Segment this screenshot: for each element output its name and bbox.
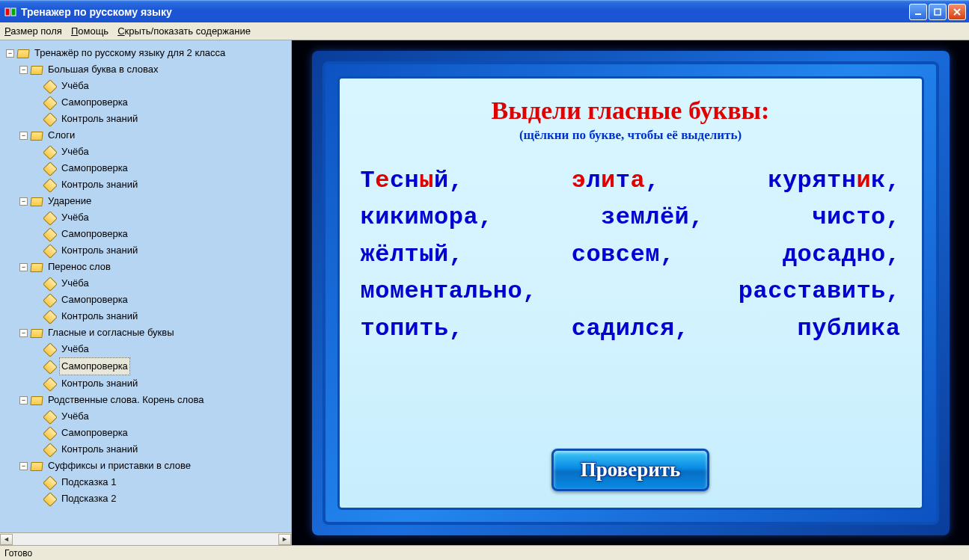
maximize-button[interactable] xyxy=(929,4,947,20)
letter[interactable]: о xyxy=(434,203,449,231)
tree-node[interactable]: Контроль знаний xyxy=(33,242,291,259)
letter[interactable]: р xyxy=(798,167,813,194)
letter[interactable]: а xyxy=(812,277,827,305)
tree-node-label[interactable]: Самопроверка xyxy=(59,425,130,441)
word[interactable]: досадно xyxy=(783,241,886,268)
letter[interactable]: к xyxy=(871,167,886,194)
tree-node[interactable]: −Тренажёр по русскому языку для 2 класса xyxy=(6,45,291,61)
word[interactable]: элита xyxy=(572,167,646,194)
letter[interactable]: й xyxy=(434,167,449,194)
tree-node[interactable]: Самопроверка xyxy=(33,226,291,242)
tree-node[interactable]: Учёба xyxy=(33,275,291,292)
letter[interactable]: л xyxy=(842,315,857,342)
letter[interactable]: т xyxy=(798,277,813,305)
tree-node-label[interactable]: Контроль знаний xyxy=(59,375,140,392)
letter[interactable]: о xyxy=(798,241,813,268)
letter[interactable]: о xyxy=(375,315,390,342)
letter[interactable]: й xyxy=(675,203,690,231)
letter[interactable]: ё xyxy=(660,203,675,231)
tree-node-label[interactable]: Большая буква в словах xyxy=(46,61,161,78)
letter[interactable]: й xyxy=(434,241,449,268)
word[interactable]: расставить xyxy=(739,277,886,305)
letter[interactable]: к xyxy=(768,167,783,194)
letter[interactable]: т xyxy=(361,315,376,342)
menu-field-size[interactable]: Размер поля xyxy=(4,25,62,37)
tree-node[interactable]: −Слоги xyxy=(19,127,291,144)
tree-node-label[interactable]: Учёба xyxy=(59,209,91,226)
collapse-icon[interactable]: − xyxy=(19,263,28,271)
letter[interactable]: и xyxy=(601,167,616,194)
tree-node-label[interactable]: Самопроверка xyxy=(59,357,130,375)
tree-node-label[interactable]: Подсказка 1 xyxy=(59,474,118,490)
tree-node[interactable]: Учёба xyxy=(33,144,291,160)
letter[interactable]: у xyxy=(783,167,798,194)
tree-node[interactable]: Контроль знаний xyxy=(33,308,291,324)
letter[interactable]: п xyxy=(798,315,813,342)
letter[interactable]: а xyxy=(463,203,478,231)
letter[interactable]: ь xyxy=(434,315,449,342)
collapse-icon[interactable]: − xyxy=(19,66,28,74)
letter[interactable]: т xyxy=(434,277,449,305)
letter[interactable]: ы xyxy=(419,241,434,268)
letter[interactable]: с xyxy=(616,241,631,268)
letter[interactable]: н xyxy=(419,277,434,305)
collapse-icon[interactable]: − xyxy=(19,462,28,470)
scroll-track[interactable] xyxy=(13,534,278,545)
word[interactable]: садился xyxy=(572,315,675,342)
collapse-icon[interactable]: − xyxy=(19,132,28,140)
tree-node[interactable]: Учёба xyxy=(33,341,291,357)
letter[interactable]: м xyxy=(631,203,646,231)
tree-node-label[interactable]: Учёба xyxy=(59,144,91,160)
letter[interactable]: т xyxy=(827,167,842,194)
letter[interactable]: а xyxy=(753,277,768,305)
letter[interactable]: е xyxy=(375,167,390,194)
tree-node[interactable]: −Большая буква в словах xyxy=(19,61,291,78)
letter[interactable]: л xyxy=(390,241,405,268)
tree-node[interactable]: Учёба xyxy=(33,408,291,425)
letter[interactable]: с xyxy=(572,241,587,268)
word[interactable]: топить xyxy=(361,315,449,342)
close-button[interactable] xyxy=(948,4,966,20)
tree-node[interactable]: Контроль знаний xyxy=(33,375,291,392)
tree-node[interactable]: Учёба xyxy=(33,78,291,94)
tree-node-label[interactable]: Контроль знаний xyxy=(59,242,140,259)
letter[interactable]: и xyxy=(827,203,842,231)
letter[interactable]: о xyxy=(871,203,886,231)
tree-node[interactable]: Самопроверка xyxy=(33,94,291,111)
tree-node[interactable]: Самопроверка xyxy=(33,160,291,176)
letter[interactable]: ь xyxy=(478,277,493,305)
letter[interactable]: с xyxy=(768,277,783,305)
tree-node[interactable]: Контроль знаний xyxy=(33,176,291,193)
tree-node-label[interactable]: Учёба xyxy=(59,341,91,357)
letter[interactable]: ь xyxy=(871,277,886,305)
letter[interactable]: т xyxy=(405,241,420,268)
letter[interactable]: л xyxy=(631,315,646,342)
tree-node-label[interactable]: Гласные и согласные буквы xyxy=(46,324,176,341)
word[interactable]: курятник xyxy=(768,167,886,194)
letter[interactable]: я xyxy=(660,315,675,342)
letter[interactable]: а xyxy=(586,315,601,342)
letter[interactable]: м xyxy=(361,277,376,305)
letter[interactable]: д xyxy=(842,241,857,268)
tree-node[interactable]: −Суффиксы и приставки в слове xyxy=(19,458,291,474)
letter[interactable]: у xyxy=(812,315,827,342)
letter[interactable]: л xyxy=(645,203,660,231)
word[interactable]: чисто xyxy=(812,203,886,231)
letter[interactable]: с xyxy=(842,203,857,231)
letter[interactable]: ч xyxy=(812,203,827,231)
letter[interactable]: м xyxy=(645,241,660,268)
letter[interactable]: н xyxy=(405,167,420,194)
tree-node-label[interactable]: Слоги xyxy=(46,127,77,144)
letter[interactable]: н xyxy=(856,241,871,268)
letter[interactable]: е xyxy=(405,277,420,305)
letter[interactable]: р xyxy=(739,277,754,305)
tree-node[interactable]: Самопроверка xyxy=(33,292,291,308)
letter[interactable]: п xyxy=(390,315,405,342)
toc-tree[interactable]: −Тренажёр по русскому языку для 2 класса… xyxy=(0,40,291,532)
word[interactable]: совсем xyxy=(572,241,660,268)
letter[interactable]: к xyxy=(871,315,886,342)
sidebar-hscrollbar[interactable]: ◄ ► xyxy=(0,532,291,545)
tree-node[interactable]: Контроль знаний xyxy=(33,441,291,458)
exercise-words[interactable]: Тесный, элита, курятник,кикимора, землёй… xyxy=(361,162,901,446)
tree-node-label[interactable]: Самопроверка xyxy=(59,226,130,242)
